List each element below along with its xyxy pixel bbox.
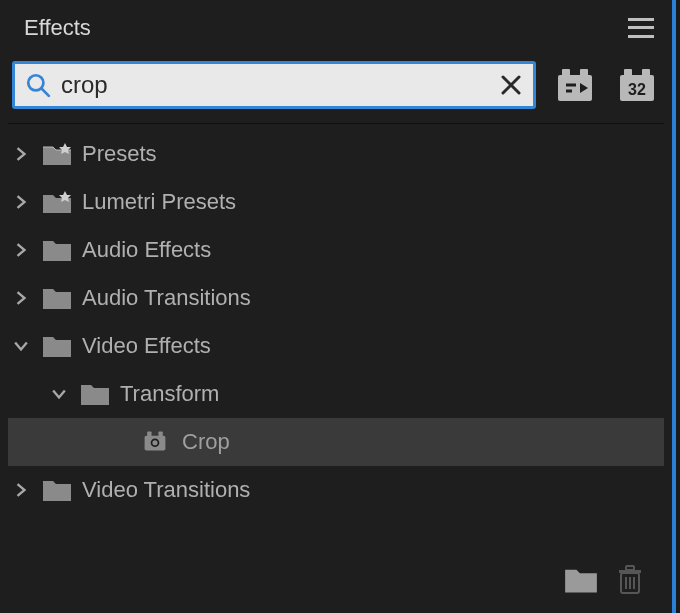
yuv-preset-button[interactable]: 32: [614, 63, 660, 107]
panel-footer: [564, 565, 650, 595]
tree-item-label: Lumetri Presets: [82, 189, 236, 215]
effect-icon: [142, 429, 172, 455]
folder-icon: [80, 381, 110, 407]
folder-icon: [42, 333, 72, 359]
tree-item-audio-transitions[interactable]: Audio Transitions: [8, 274, 664, 322]
panel-title: Effects: [24, 15, 91, 41]
svg-text:32: 32: [628, 81, 646, 98]
chevron-right-icon: [14, 193, 32, 211]
tree-item-label: Audio Transitions: [82, 285, 251, 311]
separator: [8, 123, 664, 124]
tree-item-audio-effects[interactable]: Audio Effects: [8, 226, 664, 274]
tree-item-label: Crop: [182, 429, 230, 455]
animation-preset-button[interactable]: [552, 63, 598, 107]
tree-item-presets[interactable]: Presets: [8, 130, 664, 178]
tree-item-video-effects[interactable]: Video Effects: [8, 322, 664, 370]
chevron-down-icon: [14, 337, 32, 355]
folder-icon: [42, 237, 72, 263]
search-box[interactable]: [12, 61, 536, 109]
chevron-down-icon: [52, 385, 70, 403]
svg-rect-5: [562, 69, 570, 77]
folder-icon: [42, 285, 72, 311]
tree-item-label: Transform: [120, 381, 219, 407]
chevron-right-icon: [14, 145, 32, 163]
chevron-right-icon: [14, 241, 32, 259]
tree-item-label: Presets: [82, 141, 157, 167]
svg-rect-6: [580, 69, 588, 77]
search-row: 32: [0, 55, 672, 123]
preset-folder-icon: [42, 189, 72, 215]
search-icon: [25, 72, 51, 98]
tree-item-label: Audio Effects: [82, 237, 211, 263]
tree-item-video-transitions[interactable]: Video Transitions: [8, 466, 664, 514]
effects-tree: Presets Lumetri Presets Audio Effects: [0, 126, 672, 514]
panel-header: Effects: [0, 0, 672, 55]
svg-line-1: [41, 88, 49, 96]
svg-rect-18: [158, 431, 162, 436]
svg-rect-25: [626, 566, 634, 570]
new-bin-button[interactable]: [564, 565, 598, 595]
clear-search-button[interactable]: [499, 73, 523, 97]
chevron-right-icon: [14, 289, 32, 307]
chevron-right-icon: [14, 481, 32, 499]
tree-item-crop[interactable]: Crop: [8, 418, 664, 466]
svg-rect-16: [145, 436, 166, 451]
tree-item-lumetri-presets[interactable]: Lumetri Presets: [8, 178, 664, 226]
folder-icon: [42, 477, 72, 503]
effects-panel: Effects: [0, 0, 676, 613]
tree-item-transform[interactable]: Transform: [8, 370, 664, 418]
svg-rect-17: [147, 431, 151, 436]
search-input[interactable]: [61, 71, 499, 99]
svg-rect-11: [624, 69, 632, 77]
preset-folder-icon: [42, 141, 72, 167]
tree-item-label: Video Effects: [82, 333, 211, 359]
svg-rect-12: [642, 69, 650, 77]
tree-item-label: Video Transitions: [82, 477, 250, 503]
delete-button[interactable]: [616, 565, 650, 595]
panel-menu-button[interactable]: [628, 18, 654, 38]
